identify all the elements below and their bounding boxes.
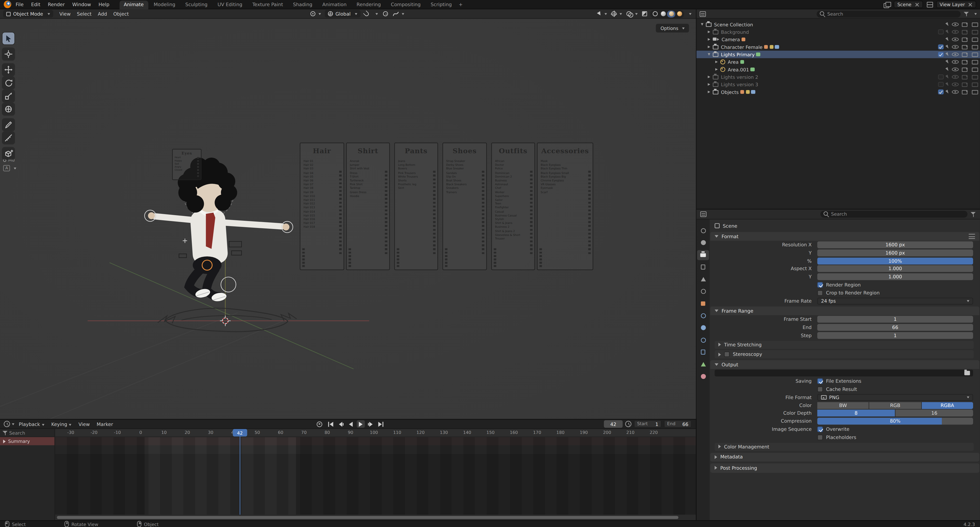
disable-render-icon[interactable] (971, 44, 977, 50)
overwrite-checkbox-row[interactable]: Overwrite (817, 427, 850, 432)
viewport-menu-item[interactable]: View (59, 11, 71, 17)
selectable-icon[interactable] (945, 22, 950, 27)
outliner-row[interactable]: Camera (697, 36, 980, 43)
tab-object-data[interactable] (697, 359, 709, 369)
wardrobe-item[interactable]: Tanktop (350, 186, 383, 190)
channel-search-input[interactable] (9, 430, 52, 436)
stereoscopy-checkbox[interactable] (724, 352, 730, 357)
wardrobe-item[interactable]: Black Eyeglass Thin (541, 167, 587, 171)
color-depth-option[interactable]: 16 (896, 410, 973, 417)
wardrobe-item[interactable]: Sleeveless & Short (495, 233, 529, 237)
outliner-row[interactable]: Lights Primary (697, 51, 980, 58)
wardrobe-item[interactable]: Shorts (398, 179, 432, 183)
checkbox-icon[interactable] (817, 290, 823, 296)
frame-end-field[interactable]: 66 (817, 324, 973, 331)
disable-render-icon[interactable] (971, 82, 977, 87)
wardrobe-item[interactable]: Hair 01 (304, 159, 338, 163)
summary-channel[interactable]: Summary (0, 437, 54, 445)
tab-modifiers[interactable] (697, 311, 709, 321)
wardrobe-item[interactable]: Long Bottom (398, 163, 432, 167)
wardrobe-item[interactable]: Dominican 2 (495, 175, 529, 179)
wardrobe-item[interactable]: White Trousers (398, 175, 432, 179)
eyes-item[interactable]: Sad (175, 162, 197, 165)
wardrobe-item[interactable]: Pink Trousers (398, 171, 432, 175)
wardrobe-item[interactable]: Hair 013 (304, 206, 338, 210)
tab-render[interactable] (697, 238, 709, 248)
wardrobe-item[interactable]: Business (495, 179, 529, 183)
chevron-down-icon[interactable] (974, 13, 977, 14)
hide-eye-icon[interactable] (951, 75, 958, 79)
prev-keyframe-button[interactable] (337, 420, 345, 428)
frame-start-field[interactable]: 1 (817, 316, 973, 323)
wardrobe-item[interactable]: Hair 06 (304, 179, 338, 183)
tool-select-box[interactable] (3, 32, 14, 44)
wardrobe-item[interactable]: Derby Shoes (446, 163, 480, 167)
timeline-menu-item[interactable]: Keying (51, 421, 72, 427)
wardrobe-item[interactable]: Pink Shirt (350, 183, 383, 186)
wardrobe-item[interactable]: African (495, 159, 529, 163)
expand-arrow-icon[interactable] (706, 83, 711, 86)
wardrobe-item[interactable]: Superhero (495, 194, 529, 198)
wardrobe-item[interactable]: Scarf (541, 190, 587, 194)
wardrobe-item[interactable]: Police (495, 167, 529, 171)
tab-object[interactable] (697, 298, 709, 308)
shading-wireframe-button[interactable] (651, 10, 659, 17)
wardrobe-item[interactable]: Green Dress (350, 190, 383, 194)
workspace-tab[interactable]: Sculpting (181, 0, 212, 9)
render-region-checkbox-row[interactable]: Render Region (817, 282, 861, 287)
wardrobe-item[interactable]: Business Casual (495, 214, 529, 218)
selectable-icon[interactable] (945, 60, 950, 64)
disable-camera-icon[interactable] (962, 75, 969, 79)
hide-eye-icon[interactable] (951, 52, 958, 57)
tool-transform[interactable] (3, 103, 14, 115)
file-extensions-checkbox-row[interactable]: File Extensions (817, 378, 861, 384)
selectable-icon[interactable] (945, 45, 950, 49)
add-workspace-button[interactable]: + (456, 0, 465, 8)
expand-arrow-icon[interactable] (706, 53, 711, 56)
wardrobe-item[interactable]: Prosthetic leg (398, 183, 432, 186)
tool-annotate[interactable] (3, 119, 14, 130)
viewport-menu-item[interactable]: Object (113, 11, 129, 17)
timeline-menu-item[interactable]: Playback (19, 421, 44, 427)
tool-move[interactable] (3, 64, 14, 75)
wardrobe-item[interactable]: Hoodie (350, 194, 383, 198)
aspect-x-field[interactable]: 1.000 (817, 265, 973, 272)
disable-render-icon[interactable] (971, 67, 977, 72)
snap-settings-dropdown[interactable] (372, 10, 379, 17)
horizontal-scrollbar[interactable] (57, 516, 678, 519)
wardrobe-item[interactable]: Hair 015 (304, 214, 338, 218)
panel-header-format[interactable]: Format (710, 232, 979, 241)
disable-render-icon[interactable] (971, 59, 977, 65)
workspace-tab[interactable]: Modeling (149, 0, 180, 9)
pivot-point-dropdown[interactable] (309, 10, 322, 17)
wardrobe-item[interactable]: Hair 03 (304, 167, 338, 171)
jump-start-button[interactable] (327, 420, 335, 428)
wardrobe-item[interactable]: Hair 016 (304, 218, 338, 222)
exclude-checkbox[interactable] (938, 82, 943, 87)
wardrobe-item[interactable]: Strap Sneaker (446, 159, 480, 163)
panel-header-frame-range[interactable]: Frame Range (710, 306, 979, 315)
exclude-checkbox[interactable] (938, 89, 943, 95)
exclude-checkbox[interactable] (938, 29, 943, 35)
expand-arrow-icon[interactable] (706, 76, 711, 78)
workspace-tab[interactable]: Animation (318, 0, 351, 9)
color-mode-option[interactable]: RGB (869, 402, 921, 409)
expand-arrow-icon[interactable] (699, 23, 705, 25)
exclude-checkbox[interactable] (938, 44, 943, 50)
resolution-y-field[interactable]: 1600 px (817, 249, 973, 256)
wardrobe-item[interactable]: Doctor (495, 163, 529, 167)
hide-eye-icon[interactable] (951, 44, 958, 50)
frame-start-field[interactable]: Start1 (634, 420, 662, 428)
compression-slider[interactable]: 80% (817, 418, 973, 425)
selectable-icon[interactable] (945, 37, 950, 42)
overlays-toggle[interactable] (625, 10, 639, 17)
filter-icon[interactable] (964, 11, 969, 17)
wardrobe-item[interactable]: Hair 08 (304, 186, 338, 190)
playhead[interactable] (239, 429, 240, 515)
wardrobe-item[interactable]: Blue Sneaker (446, 167, 480, 171)
wardrobe-item[interactable]: Stylish (495, 218, 529, 222)
shading-rendered-button[interactable] (675, 10, 684, 17)
disable-render-icon[interactable] (971, 89, 977, 95)
tab-view-layer[interactable] (697, 262, 709, 272)
wardrobe-item[interactable]: Hair 012 (304, 202, 338, 206)
